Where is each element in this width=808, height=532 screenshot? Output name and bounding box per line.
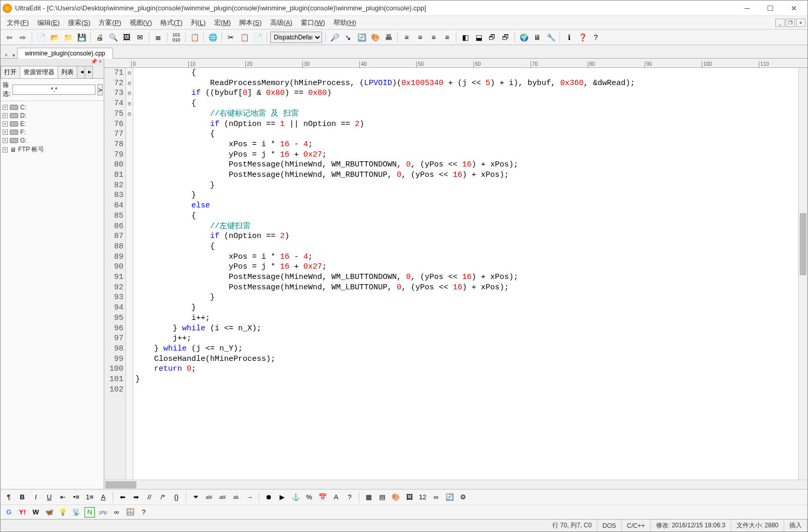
drive-tree[interactable]: +C:+D:+E:+F:+G:+🖥FTP 帐号 bbox=[1, 101, 104, 489]
expand-icon[interactable]: + bbox=[3, 147, 8, 152]
menu-item[interactable]: 文件(F) bbox=[3, 18, 33, 27]
menu-item[interactable]: 列(L) bbox=[187, 18, 210, 27]
indent-right-icon[interactable]: ➡ bbox=[131, 492, 141, 502]
print-icon[interactable]: 🖨 bbox=[94, 32, 105, 43]
netscape-icon[interactable]: N bbox=[85, 507, 95, 517]
abi-icon[interactable]: abl bbox=[217, 492, 228, 502]
preview-icon[interactable]: 🔍 bbox=[107, 32, 119, 43]
record-icon[interactable]: ⏺ bbox=[263, 492, 274, 502]
menu-item[interactable]: 宏(M) bbox=[210, 18, 235, 27]
sidetab-left-icon[interactable]: ◂ bbox=[77, 66, 85, 78]
refresh-icon[interactable]: 🔄 bbox=[444, 492, 455, 502]
tool-icon[interactable]: 🔧 bbox=[545, 32, 556, 43]
play-icon[interactable]: ▶ bbox=[277, 492, 287, 502]
cascade-icon[interactable]: 🗗 bbox=[500, 32, 511, 43]
yahoo-icon[interactable]: Y! bbox=[17, 507, 27, 517]
line-gutter[interactable]: 71 72 73 74 75 76 77 78 79 80 81 82 83 8… bbox=[104, 68, 126, 480]
date-icon[interactable]: 📅 bbox=[317, 492, 328, 502]
tab-close-all-icon[interactable]: × bbox=[3, 52, 10, 58]
anchor-icon[interactable]: ⚓ bbox=[290, 492, 301, 502]
menu-item[interactable]: 方案(P) bbox=[94, 18, 125, 27]
save-icon[interactable]: 💾 bbox=[76, 32, 87, 43]
list-icon[interactable]: ≣ bbox=[152, 32, 164, 43]
file-tab[interactable]: winmine_plugin(console).cpp bbox=[17, 48, 113, 59]
help-icon[interactable]: ❓ bbox=[577, 32, 588, 43]
about-icon[interactable]: ? bbox=[590, 32, 602, 43]
comment-icon[interactable]: // bbox=[144, 492, 155, 502]
ftp-node[interactable]: +🖥FTP 帐号 bbox=[3, 145, 102, 155]
google-icon[interactable]: G bbox=[4, 507, 14, 517]
paste-icon[interactable]: 📄 bbox=[252, 32, 263, 43]
ul-icon[interactable]: •≡ bbox=[71, 492, 81, 502]
function-combo[interactable]: DispatchDefau bbox=[270, 32, 322, 43]
menu-item[interactable]: 窗口(W) bbox=[297, 18, 329, 27]
expand-icon[interactable]: + bbox=[3, 130, 8, 135]
wiki-icon[interactable]: W bbox=[31, 507, 41, 517]
mdi-close-icon[interactable]: × bbox=[796, 19, 805, 27]
align-left-icon[interactable]: ≡ bbox=[401, 32, 412, 43]
fold-gutter[interactable]: ⊟ ⊟ ⊟ ⊟ ⊟ bbox=[126, 68, 133, 480]
mdi-minimize-icon[interactable]: _ bbox=[775, 19, 785, 27]
horizontal-scrollbar[interactable] bbox=[104, 480, 807, 489]
split-v-icon[interactable]: ⬓ bbox=[473, 32, 484, 43]
sidetab-open[interactable]: 打开 bbox=[1, 66, 20, 78]
settings-icon[interactable]: ⚙ bbox=[458, 492, 468, 502]
printer-icon[interactable]: 🖶 bbox=[383, 32, 394, 43]
pin-icon[interactable]: 📌 × bbox=[91, 59, 102, 66]
sidetab-explorer[interactable]: 资源管理器 bbox=[20, 66, 58, 78]
code-editor[interactable]: { ReadProcessMemory(hMineProcess, (LPVOI… bbox=[133, 68, 798, 480]
caseA-icon[interactable]: A bbox=[331, 492, 341, 502]
find-color-icon[interactable]: 🎨 bbox=[369, 32, 381, 43]
tag1-icon[interactable]: ⏷ bbox=[190, 492, 201, 502]
percent-icon[interactable]: % bbox=[304, 492, 314, 502]
monitor-icon[interactable]: 🖥 bbox=[532, 32, 543, 43]
indent-left-icon[interactable]: ⬅ bbox=[117, 492, 128, 502]
sidetab-right-icon[interactable]: ▸ bbox=[85, 66, 93, 78]
window-icon[interactable]: 🗗 bbox=[486, 32, 498, 43]
abl-icon[interactable]: abl bbox=[204, 492, 214, 502]
globe-icon[interactable]: 🌐 bbox=[207, 32, 218, 43]
windows-icon[interactable]: 🪟 bbox=[125, 507, 135, 517]
info-icon[interactable]: ℹ bbox=[563, 32, 575, 43]
sidetab-list[interactable]: 列表 bbox=[58, 66, 77, 78]
folder-icon[interactable]: 📁 bbox=[62, 32, 74, 43]
help2-icon[interactable]: ? bbox=[344, 492, 355, 502]
underline-icon[interactable]: U bbox=[44, 492, 54, 502]
table-icon[interactable]: ▤ bbox=[377, 492, 387, 502]
bulb-icon[interactable]: 💡 bbox=[58, 507, 68, 517]
italic-icon[interactable]: I bbox=[31, 492, 41, 502]
drive-node[interactable]: +G: bbox=[3, 136, 102, 145]
num-icon[interactable]: 12 bbox=[417, 492, 428, 502]
forward-icon[interactable]: ⇨ bbox=[17, 32, 29, 43]
cut-icon[interactable]: ✂ bbox=[225, 32, 236, 43]
font-icon[interactable]: A bbox=[98, 492, 108, 502]
find-icon[interactable]: 🔎 bbox=[329, 32, 340, 43]
grid-icon[interactable]: ▦ bbox=[364, 492, 374, 502]
find-next-icon[interactable]: ↘ bbox=[342, 32, 354, 43]
para-icon[interactable]: ¶ bbox=[4, 492, 14, 502]
close-button[interactable]: ✕ bbox=[782, 1, 805, 16]
replace-icon[interactable]: 🔄 bbox=[356, 32, 367, 43]
menu-item[interactable]: 脚本(S) bbox=[235, 18, 266, 27]
menu-item[interactable]: 高级(A) bbox=[266, 18, 297, 27]
menu-item[interactable]: 视图(V) bbox=[126, 18, 156, 27]
split-h-icon[interactable]: ◧ bbox=[459, 32, 471, 43]
email-icon[interactable]: ✉ bbox=[134, 32, 146, 43]
infinity-icon[interactable]: ∞ bbox=[112, 507, 122, 517]
expand-icon[interactable]: + bbox=[3, 105, 8, 110]
mdi-restore-icon[interactable]: ❐ bbox=[786, 19, 795, 27]
back-icon[interactable]: ⇦ bbox=[4, 32, 15, 43]
bold-icon[interactable]: B bbox=[17, 492, 27, 502]
filter-go-button[interactable]: > bbox=[97, 84, 103, 95]
new-icon[interactable]: 📄 bbox=[35, 32, 47, 43]
rss-icon[interactable]: 📡 bbox=[71, 507, 81, 517]
tab-dropdown-icon[interactable]: ▾ bbox=[10, 52, 17, 58]
goto-icon[interactable]: → bbox=[244, 492, 255, 502]
drive-node[interactable]: +E: bbox=[3, 120, 102, 128]
maximize-button[interactable]: ☐ bbox=[759, 1, 782, 16]
expand-icon[interactable]: + bbox=[3, 138, 8, 143]
minimize-button[interactable]: ─ bbox=[735, 1, 759, 16]
vs-icon[interactable]: ∞ bbox=[431, 492, 441, 502]
expand-icon[interactable]: + bbox=[3, 121, 8, 127]
php-icon[interactable]: php bbox=[98, 507, 108, 517]
